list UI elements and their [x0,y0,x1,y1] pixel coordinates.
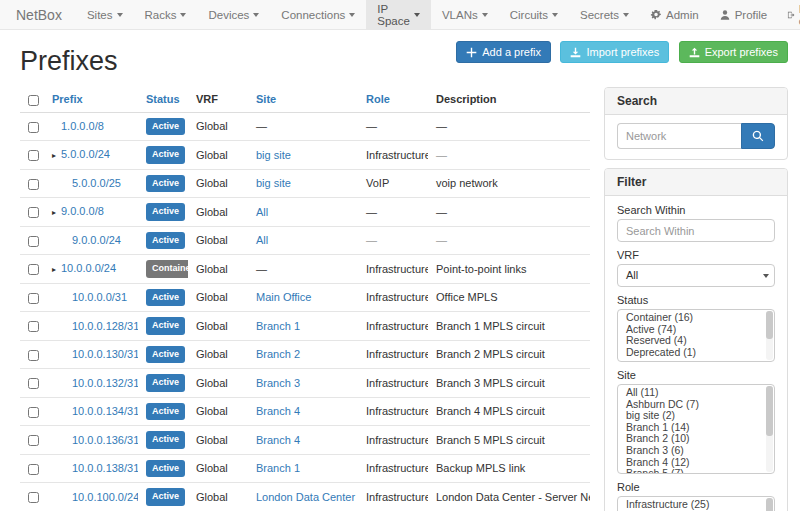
row-checkbox[interactable] [28,407,39,418]
row-checkbox[interactable] [28,150,39,161]
prefix-link[interactable]: 1.0.0.0/8 [61,120,104,132]
site-link[interactable]: London Data Center [256,491,355,503]
chevron-down-icon [253,13,259,17]
column-header-site[interactable]: Site [248,87,358,112]
description-value: — [436,206,447,218]
row-checkbox[interactable] [28,207,39,218]
column-header-status[interactable]: Status [138,87,188,112]
status-badge: Active [146,460,185,478]
role-listbox[interactable]: Infrastructure (25)Management (8)Private… [617,496,775,511]
row-checkbox[interactable] [28,179,39,190]
site-link[interactable]: All [256,206,268,218]
nav-item-admin[interactable]: Admin [640,0,709,29]
scrollbar-thumb[interactable] [766,311,773,339]
row-checkbox[interactable] [28,236,39,247]
nav-item-sites[interactable]: Sites [76,0,134,29]
prefix-link[interactable]: 10.0.0.134/31 [72,405,138,417]
prefix-link[interactable]: 10.0.100.0/24 [72,491,138,503]
row-checkbox-cell [20,283,48,312]
row-checkbox[interactable] [28,350,39,361]
vrf-select[interactable]: All [617,264,775,287]
listbox-option[interactable]: Branch 1 (14) [618,422,764,434]
brand-logo[interactable]: NetBox [0,0,76,29]
listbox-option[interactable]: Infrastructure (25) [618,499,764,511]
site-link[interactable]: big site [256,177,291,189]
site-empty: — [256,263,267,275]
scrollbar-thumb[interactable] [766,386,773,436]
site-link[interactable]: Branch 2 [256,348,300,360]
chevron-down-icon [180,13,186,17]
prefix-link[interactable]: 10.0.0.0/24 [61,262,116,274]
prefix-link[interactable]: 9.0.0.0/24 [72,234,121,246]
site-link[interactable]: Branch 4 [256,434,300,446]
table-row: 10.0.0.128/31 Active Global Branch 1 Inf… [20,312,590,341]
prefix-link[interactable]: 9.0.0.0/8 [61,205,104,217]
prefix-link[interactable]: 10.0.0.130/31 [72,348,138,360]
site-link[interactable]: Branch 1 [256,462,300,474]
listbox-option[interactable]: Ashburn DC (7) [618,399,764,411]
nav-item-circuits[interactable]: Circuits [499,0,569,29]
prefix-link[interactable]: 5.0.0.0/25 [72,177,121,189]
site-link[interactable]: All [256,234,268,246]
navbar: NetBox Sites Racks Devices Connections I… [0,0,800,30]
listbox-option[interactable]: big site (2) [618,410,764,422]
prefix-cell: ▸10.0.0.0/24 [48,255,138,284]
prefix-link[interactable]: 10.0.0.132/31 [72,377,138,389]
vrf-cell: Global [188,426,248,455]
site-link[interactable]: Branch 1 [256,320,300,332]
column-header-prefix[interactable]: Prefix [48,87,138,112]
listbox-option[interactable]: Branch 3 (6) [618,445,764,457]
site-link[interactable]: big site [256,149,291,161]
row-checkbox-cell [20,340,48,369]
listbox-option[interactable]: Container (16) [618,312,764,324]
search-button[interactable] [741,123,775,149]
prefix-link[interactable]: 10.0.0.138/31 [72,462,138,474]
row-checkbox[interactable] [28,464,39,475]
nav-item-profile[interactable]: Profile [709,0,778,29]
chevron-down-icon [117,13,123,17]
row-checkbox[interactable] [28,264,39,275]
prefix-link[interactable]: 5.0.0.0/24 [61,148,110,160]
row-checkbox[interactable] [28,435,39,446]
nav-item-devices[interactable]: Devices [197,0,270,29]
site-link[interactable]: Branch 3 [256,377,300,389]
status-listbox[interactable]: Container (16)Active (74)Reserved (4)Dep… [617,309,775,362]
row-checkbox[interactable] [28,293,39,304]
listbox-option[interactable]: Branch 4 (12) [618,457,764,469]
listbox-option[interactable]: All (11) [618,387,764,399]
row-checkbox[interactable] [28,321,39,332]
nav-item-ip-space[interactable]: IP Space [366,0,431,29]
vrf-cell: Global [188,483,248,511]
prefix-link[interactable]: 10.0.0.136/31 [72,434,138,446]
export-prefixes-button[interactable]: Export prefixes [679,41,788,63]
nav-item-logout[interactable]: Log out [777,0,800,29]
nav-item-vlans[interactable]: VLANs [431,0,499,29]
row-checkbox[interactable] [28,378,39,389]
listbox-option[interactable]: Reserved (4) [618,335,764,347]
listbox-option[interactable]: Branch 2 (10) [618,433,764,445]
scrollbar-thumb[interactable] [766,498,773,511]
nav-item-connections[interactable]: Connections [270,0,366,29]
listbox-option[interactable]: Active (74) [618,324,764,336]
search-within-input[interactable] [617,219,775,242]
site-link[interactable]: Main Office [256,291,311,303]
nav-item-racks[interactable]: Racks [134,0,198,29]
listbox-option[interactable]: Branch 5 (7) [618,468,764,474]
row-checkbox[interactable] [28,492,39,503]
prefix-indent [52,300,63,301]
import-prefixes-button[interactable]: Import prefixes [560,41,669,63]
add-prefix-button[interactable]: Add a prefix [456,41,551,63]
row-checkbox-cell [20,112,48,141]
column-header-role[interactable]: Role [358,87,428,112]
site-listbox[interactable]: All (11)Ashburn DC (7)big site (2)Branch… [617,384,775,474]
select-all-checkbox[interactable] [28,95,39,106]
row-checkbox[interactable] [28,122,39,133]
status-badge: Active [146,232,185,250]
prefix-link[interactable]: 10.0.0.128/31 [72,320,138,332]
prefix-link[interactable]: 10.0.0.0/31 [72,291,127,303]
search-input[interactable] [617,123,741,149]
prefix-indent [52,500,63,501]
listbox-option[interactable]: Deprecated (1) [618,347,764,359]
nav-item-secrets[interactable]: Secrets [569,0,640,29]
site-link[interactable]: Branch 4 [256,405,300,417]
